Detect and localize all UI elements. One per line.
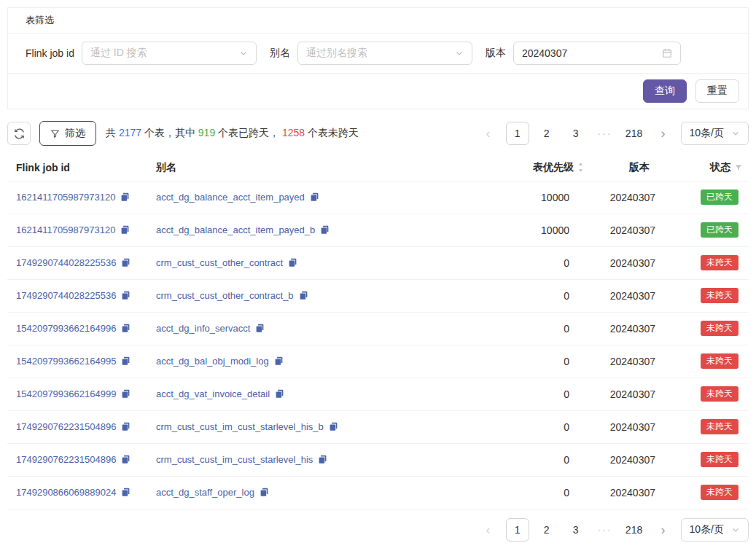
page-size-label: 10条/页 (690, 127, 724, 140)
cell-version: 20240307 (594, 181, 664, 214)
version-date-input[interactable]: 20240307 (513, 42, 681, 65)
alias-link[interactable]: acct_dg_bal_obj_modi_log (156, 356, 269, 367)
page-button-2[interactable]: 2 (535, 518, 558, 542)
cell-alias: acct_dg_balance_acct_item_payed (150, 181, 492, 214)
flink-job-id-link[interactable]: 1542097993662164999 (16, 388, 116, 399)
query-button[interactable]: 查询 (643, 79, 687, 103)
page-button-2[interactable]: 2 (535, 122, 558, 145)
cell-flink-job-id: 1749290866069889024 (7, 476, 150, 509)
page-button-1[interactable]: 1 (506, 122, 529, 145)
cell-version: 20240307 (594, 410, 664, 443)
table-row: 1542097993662164999acct_dg_vat_invoice_d… (7, 378, 749, 410)
copy-icon[interactable] (121, 356, 130, 366)
table-header-row: Flink job id 别名 表优先级 版本 状态 (7, 155, 749, 181)
cell-status: 未跨天 (664, 312, 749, 345)
flink-job-id-link[interactable]: 1542097993662164995 (16, 356, 116, 367)
page-ellipsis[interactable]: ··· (593, 518, 617, 542)
sort-icon[interactable] (577, 162, 584, 173)
page-button-3[interactable]: 3 (564, 518, 588, 542)
status-badge: 未跨天 (701, 288, 739, 304)
alias-link[interactable]: acct_dg_balance_acct_item_payed_b (156, 224, 315, 235)
alias-link[interactable]: crm_cust_cust_other_contract_b (156, 290, 294, 301)
column-filter-icon[interactable] (734, 163, 743, 172)
copy-icon[interactable] (320, 225, 330, 235)
alias-link[interactable]: acct_dg_info_servacct (156, 323, 250, 334)
copy-icon[interactable] (121, 291, 130, 300)
filter-button[interactable]: 筛选 (39, 121, 96, 146)
flink-job-id-placeholder: 通过 ID 搜索 (90, 47, 147, 60)
next-page-button[interactable]: › (652, 518, 675, 542)
copy-icon-glyph (255, 324, 265, 333)
flink-job-id-link[interactable]: 1749290866069889024 (16, 487, 116, 498)
cell-priority: 0 (492, 246, 594, 279)
copy-icon[interactable] (121, 389, 130, 399)
copy-icon[interactable] (121, 455, 130, 464)
cell-status: 未跨天 (664, 345, 749, 378)
flink-job-id-link[interactable]: 1542097993662164996 (16, 323, 116, 334)
flink-job-id-link[interactable]: 1749290762231504896 (16, 421, 116, 432)
flink-job-id-link[interactable]: 1749290762231504896 (16, 454, 116, 465)
alias-link[interactable]: crm_cust_cust_im_cust_starlevel_his (156, 454, 313, 465)
copy-icon[interactable] (299, 291, 308, 300)
copy-icon[interactable] (318, 455, 327, 464)
flink-job-id-select[interactable]: 通过 ID 搜索 (82, 42, 257, 65)
table-row: 1749290744028225536crm_cust_cust_other_c… (7, 246, 749, 279)
reset-button[interactable]: 重置 (695, 79, 739, 103)
flink-job-id-label: Flink job id (26, 47, 74, 59)
page-button-218[interactable]: 218 (623, 518, 646, 542)
alias-link[interactable]: acct_dg_staff_oper_log (156, 487, 254, 498)
table-row: 1749290762231504896crm_cust_cust_im_cust… (7, 410, 749, 443)
alias-link[interactable]: acct_dg_vat_invoice_detail (156, 388, 270, 399)
flink-job-id-link[interactable]: 1749290744028225536 (16, 257, 116, 268)
copy-icon[interactable] (329, 422, 338, 431)
prev-page-button[interactable]: ‹ (477, 122, 500, 145)
copy-icon[interactable] (288, 258, 297, 267)
cell-priority: 10000 (492, 214, 594, 246)
copy-icon[interactable] (121, 324, 130, 333)
page-size-select[interactable]: 10条/页 (681, 122, 749, 145)
alias-label: 别名 (270, 47, 290, 60)
column-header-version: 版本 (629, 161, 650, 173)
summary-text: 共 2177 个表，其中 919 个表已跨天， 1258 个表未跨天 (106, 127, 359, 140)
alias-link[interactable]: crm_cust_cust_other_contract (156, 257, 283, 268)
column-header-priority[interactable]: 表优先级 (533, 161, 584, 174)
copy-icon[interactable] (120, 192, 130, 202)
copy-icon[interactable] (310, 192, 319, 202)
summary-count-blue: 2177 (119, 127, 141, 138)
page-button-1[interactable]: 1 (506, 518, 529, 542)
table-row: 1749290744028225536crm_cust_cust_other_c… (7, 279, 749, 312)
summary-label: 共 (106, 127, 119, 138)
page-ellipsis[interactable]: ··· (593, 122, 617, 145)
status-badge: 未跨天 (701, 452, 739, 468)
flink-job-id-link[interactable]: 1749290744028225536 (16, 290, 116, 301)
copy-icon[interactable] (275, 389, 284, 399)
cell-status: 未跨天 (664, 246, 749, 279)
copy-icon-glyph (121, 422, 130, 431)
next-page-button[interactable]: › (652, 122, 675, 145)
alias-link[interactable]: acct_dg_balance_acct_item_payed (156, 192, 305, 203)
alias-link[interactable]: crm_cust_cust_im_cust_starlevel_his_b (156, 421, 324, 432)
copy-icon[interactable] (121, 488, 130, 497)
alias-select[interactable]: 通过别名搜索 (297, 42, 472, 65)
table-row: 1621411705987973120acct_dg_balance_acct_… (7, 181, 749, 214)
copy-icon[interactable] (255, 324, 265, 333)
copy-icon[interactable] (260, 488, 269, 497)
copy-icon[interactable] (121, 422, 130, 431)
alias-placeholder: 通过别名搜索 (306, 47, 367, 60)
page-button-3[interactable]: 3 (564, 122, 588, 145)
cell-version: 20240307 (594, 345, 664, 378)
copy-icon[interactable] (121, 258, 130, 267)
page-button-218[interactable]: 218 (623, 122, 646, 145)
copy-icon[interactable] (274, 356, 284, 366)
flink-job-id-link[interactable]: 1621411705987973120 (16, 224, 115, 235)
cell-priority: 0 (492, 279, 594, 312)
cell-priority: 0 (492, 312, 594, 345)
refresh-button[interactable] (7, 122, 31, 145)
copy-icon[interactable] (120, 225, 130, 235)
cell-status: 未跨天 (664, 476, 749, 509)
flink-job-id-link[interactable]: 1621411705987973120 (16, 192, 115, 203)
page-size-select[interactable]: 10条/页 (681, 518, 749, 542)
funnel-icon (50, 129, 60, 138)
cell-alias: acct_dg_staff_oper_log (150, 476, 492, 509)
prev-page-button[interactable]: ‹ (477, 518, 500, 542)
